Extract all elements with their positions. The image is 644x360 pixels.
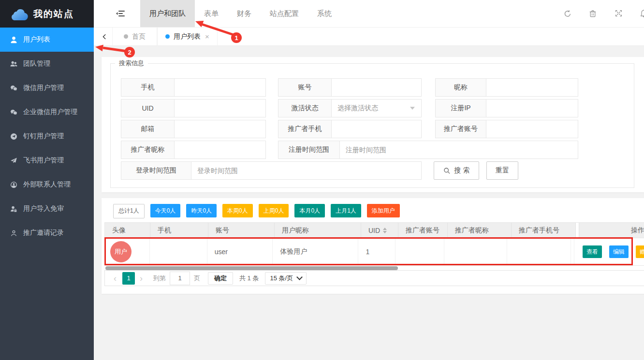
login-time-range-input[interactable] (191, 162, 421, 179)
page-current[interactable]: 1 (122, 272, 135, 285)
refresh-icon[interactable] (564, 10, 571, 17)
stat-last-month-button[interactable]: 上月1人 (331, 204, 361, 217)
sidebar-item-label: 推广邀请记录 (23, 229, 64, 237)
nickname-input[interactable] (486, 79, 578, 96)
partial-bell-icon[interactable] (641, 10, 644, 18)
activation-status-select[interactable]: 选择激活状态 (332, 100, 421, 117)
tab-user-list[interactable]: 用户列表 × (157, 28, 218, 45)
promoter-phone-input[interactable] (332, 120, 421, 138)
wechat-icon (10, 85, 17, 92)
user-icon (10, 36, 17, 43)
sidebar-item-wechat-users[interactable]: 微信用户管理 (0, 76, 94, 100)
phone-input[interactable] (175, 79, 265, 96)
edit-button[interactable]: 编辑 (609, 245, 629, 258)
col-header-phone: 手机 (150, 223, 208, 238)
account-input[interactable] (332, 79, 421, 96)
reg-time-range-input[interactable] (340, 141, 578, 158)
search-button[interactable]: 搜 索 (434, 161, 479, 180)
fullscreen-icon[interactable] (615, 10, 623, 17)
sort-icon[interactable] (383, 228, 387, 233)
promoter-account-input[interactable] (486, 120, 578, 138)
col-header-promoter-phone: 推广者手机号 (512, 223, 576, 238)
sidebar-item-external-contacts[interactable]: 外部联系人管理 (0, 173, 94, 197)
goto-confirm-button[interactable]: 确定 (208, 272, 233, 285)
tab-bar: 首页 用户列表 × (94, 28, 644, 46)
team-icon (10, 60, 17, 68)
sidebar: 我的站点 用户列表 团队管理 微信用户管理 企业微信用户管理 钉钉用户管理 飞书… (0, 0, 94, 360)
top-menu-site-config[interactable]: 站点配置 (261, 0, 308, 27)
page-next-button[interactable]: › (140, 274, 143, 283)
sidebar-item-user-list[interactable]: 用户列表 (0, 28, 94, 52)
site-title: 我的站点 (33, 8, 74, 20)
top-menu: 用户和团队 表单 财务 站点配置 系统 (140, 0, 341, 27)
col-header-nickname: 用户昵称 (275, 223, 361, 238)
sidebar-item-feishu-users[interactable]: 飞书用户管理 (0, 148, 94, 173)
add-user-button[interactable]: 添加用户 (367, 204, 400, 217)
sidebar-item-label: 飞书用户管理 (23, 156, 64, 165)
view-button[interactable]: 查看 (583, 245, 602, 258)
tab-status-dot (124, 34, 128, 39)
close-icon[interactable]: × (205, 32, 209, 41)
cell-promoter-account (395, 238, 444, 265)
pagination-bar: ‹ 1 › 到第 页 确定 共 1 条 15 条/页 (104, 270, 644, 286)
stat-this-week-button[interactable]: 本周0人 (222, 204, 253, 217)
logo[interactable]: 我的站点 (0, 0, 94, 28)
sidebar-item-dingtalk-users[interactable]: 钉钉用户管理 (0, 124, 94, 148)
horizontal-scrollbar[interactable] (105, 266, 398, 270)
goto-page-input[interactable] (170, 272, 190, 285)
field-label: UID (121, 100, 175, 117)
reset-button[interactable]: 重置 (486, 161, 518, 180)
top-menu-finance[interactable]: 财务 (228, 0, 261, 27)
field-reg-ip: 注册IP (435, 99, 578, 117)
gift-button[interactable]: 赠送 (636, 245, 644, 258)
col-header-account: 账号 (208, 223, 275, 238)
stat-total-button[interactable]: 总计1人 (113, 204, 145, 218)
page-size-select[interactable]: 15 条/页 (265, 272, 307, 285)
stat-today-button[interactable]: 今天0人 (150, 204, 181, 217)
field-promoter-phone: 推广者手机 (278, 120, 422, 138)
promoter-nickname-input[interactable] (175, 141, 265, 158)
top-menu-system[interactable]: 系统 (308, 0, 341, 27)
stat-this-month-button[interactable]: 本月0人 (294, 204, 325, 217)
search-button-label: 搜 索 (454, 166, 470, 175)
tab-home[interactable]: 首页 (112, 28, 157, 45)
sidebar-item-team[interactable]: 团队管理 (0, 52, 94, 76)
top-menu-forms[interactable]: 表单 (195, 0, 228, 27)
field-login-time-range: 登录时间范围 (121, 161, 422, 180)
col-header-actions: 操作 (579, 223, 644, 238)
field-label: 推广者昵称 (121, 141, 175, 158)
top-menu-users-teams[interactable]: 用户和团队 (140, 0, 195, 27)
page-prev-button[interactable]: ‹ (114, 274, 117, 283)
field-reg-time-range: 注册时间范围 (278, 141, 578, 159)
avatar: 用户 (110, 241, 132, 262)
search-panel: 搜索信息 手机 账号 昵称 UID 激活状态 选择激活状态 注册IP 邮箱 推广… (102, 57, 644, 192)
trash-icon[interactable] (589, 10, 597, 17)
field-label: 注册IP (436, 100, 486, 117)
external-contact-icon (10, 181, 17, 188)
cell-account: user (207, 238, 273, 265)
user-import-icon (10, 205, 17, 213)
cloud-logo-icon (10, 7, 28, 20)
reg-ip-input[interactable] (486, 100, 578, 117)
sidebar-item-label: 用户导入免审 (23, 204, 64, 213)
sidebar-item-wechat-work-users[interactable]: 企业微信用户管理 (0, 100, 94, 124)
sidebar-item-label: 微信用户管理 (23, 84, 64, 92)
email-input[interactable] (175, 120, 265, 138)
sidebar-item-invite-records[interactable]: 推广邀请记录 (0, 221, 94, 245)
menu-fold-icon[interactable] (113, 0, 128, 27)
table-header-row: 头像 手机 账号 用户昵称 UID 推广者账号 推广者昵称 推广者手机号 操作 (105, 223, 644, 238)
cell-phone (150, 238, 207, 265)
stat-yesterday-button[interactable]: 昨天0人 (186, 204, 217, 217)
uid-input[interactable] (175, 100, 265, 117)
stat-last-week-button[interactable]: 上周0人 (259, 204, 289, 217)
col-header-uid: UID (361, 223, 398, 238)
page-unit-label: 页 (194, 274, 200, 283)
cell-promoter-phone (507, 238, 571, 265)
sidebar-item-user-import[interactable]: 用户导入免审 (0, 197, 94, 221)
field-label: 推广者手机 (278, 120, 332, 138)
chevron-left-icon[interactable] (98, 28, 111, 45)
feishu-icon (10, 157, 17, 164)
goto-label: 到第 (153, 274, 166, 283)
magnifier-icon (443, 167, 451, 174)
cell-avatar: 用户 (105, 238, 150, 265)
